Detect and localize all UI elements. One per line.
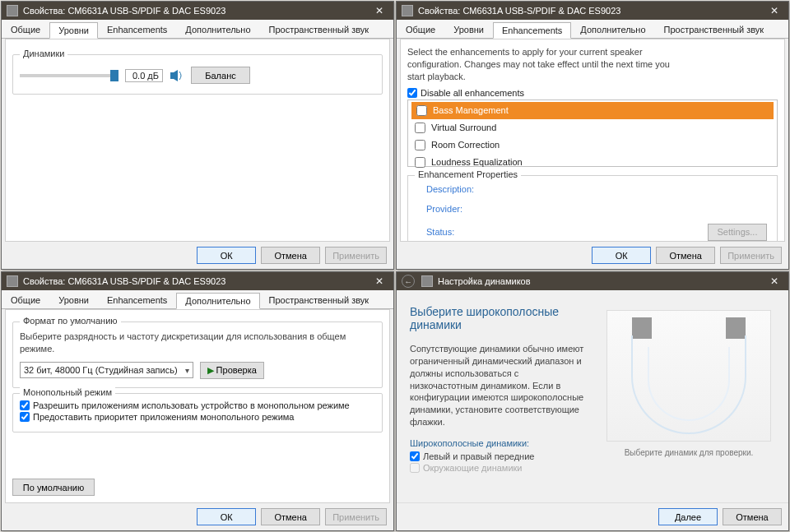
apply-button[interactable]: Применить [325,247,387,264]
tab-levels[interactable]: Уровни [444,21,493,38]
ok-button[interactable]: ОК [197,247,256,264]
diagram-hint: Выберите динамик для проверки. [625,448,754,457]
dialog-footer: ОК Отмена Применить [2,242,393,269]
surround-checkbox: Окружающие динамики [410,463,588,473]
tab-strip: Общие Уровни Enhancements Дополнительно … [2,20,393,39]
wizard-body: Сопутствующие динамики обычно имеют огра… [410,343,588,428]
tab-levels[interactable]: Уровни [49,22,98,39]
speakers-group: Динамики 0.0 дБ Баланс [12,54,383,95]
disable-all-label: Disable all enhancements [421,88,524,98]
tab-advanced[interactable]: Дополнительно [176,21,259,38]
tab-strip: Общие Уровни Enhancements Дополнительно … [397,20,788,39]
enhancements-list[interactable]: Bass Management Virtual Surround Room Co… [407,99,778,167]
group-label: Монопольный режим [20,387,115,397]
svg-rect-0 [170,72,174,79]
tab-general[interactable]: Общие [2,21,49,38]
tab-spatial[interactable]: Пространственный звук [260,292,379,308]
tab-levels[interactable]: Уровни [49,292,98,308]
titlebar[interactable]: Свойства: CM6631A USB-S/PDIF & DAC ES902… [2,2,393,20]
enhancements-intro: Select the enhancements to apply for you… [407,46,687,83]
default-format-group: Формат по умолчанию Выберите разрядность… [12,322,383,388]
titlebar[interactable]: Свойства: CM6631A USB-S/PDIF & DAC ES902… [397,2,788,20]
list-item: Bass Management [411,102,774,119]
close-icon[interactable]: ✕ [765,274,783,289]
close-icon[interactable]: ✕ [370,3,388,18]
test-button[interactable]: ▶Проверка [200,362,264,379]
properties-advanced-window: Свойства: CM6631A USB-S/PDIF & DAC ES902… [1,271,394,531]
speaker-diagram[interactable] [606,310,771,442]
cancel-button[interactable]: Отмена [656,247,715,264]
disable-all-input[interactable] [407,88,417,98]
volume-db-value: 0.0 дБ [125,69,163,82]
list-item: Loudness Equalization [411,154,774,171]
settings-button[interactable]: Settings... [708,224,767,241]
dialog-footer: ОК Отмена Применить [2,503,393,530]
back-icon[interactable]: ← [402,275,415,288]
svg-marker-1 [174,70,178,81]
volume-slider[interactable] [20,74,118,77]
tab-enhancements[interactable]: Enhancements [493,22,571,39]
disable-all-checkbox[interactable]: Disable all enhancements [407,88,778,98]
enhancement-properties: Enhancement Properties Description: Prov… [407,175,778,242]
format-combo[interactable]: 32 бит, 48000 Гц (Студийная запись) [20,362,193,378]
cancel-button[interactable]: Отмена [261,508,320,525]
exclusive-mode-group: Монопольный режим Разрешить приложениям … [12,393,383,433]
group-label: Динамики [20,49,67,58]
window-title: Свойства: CM6631A USB-S/PDIF & DAC ES902… [23,276,370,286]
front-lr-checkbox[interactable]: Левый и правый передние [410,451,588,461]
tab-general[interactable]: Общие [2,292,49,308]
speaker-setup-wizard: ← Настройка динамиков ✕ Выберите широкоп… [396,271,789,531]
balance-button[interactable]: Баланс [191,67,250,84]
tab-spatial[interactable]: Пространственный звук [655,21,774,38]
tab-spatial[interactable]: Пространственный звук [260,21,379,38]
priority-exclusive-checkbox[interactable]: Предоставить приоритет приложениям моноп… [20,412,375,422]
restore-defaults-button[interactable]: По умолчанию [12,479,95,496]
wizard-content: Выберите широкополосные динамики Сопутст… [397,290,788,502]
properties-levels-window: Свойства: CM6631A USB-S/PDIF & DAC ES902… [1,1,394,270]
next-button[interactable]: Далее [658,508,718,525]
tab-advanced[interactable]: Дополнительно [176,293,259,309]
tab-general[interactable]: Общие [397,21,444,38]
cancel-button[interactable]: Отмена [723,508,782,525]
play-icon: ▶ [207,365,214,376]
dialog-footer: ОК Отмена Применить [397,242,788,269]
list-item: Virtual Surround [411,119,774,136]
window-title: Свойства: CM6631A USB-S/PDIF & DAC ES902… [418,6,765,16]
speaker-icon[interactable] [170,69,184,82]
apply-button[interactable]: Применить [720,247,782,264]
ok-button[interactable]: ОК [592,247,651,264]
prop-title: Enhancement Properties [415,169,521,179]
tab-strip: Общие Уровни Enhancements Дополнительно … [2,290,393,309]
tab-enhancements[interactable]: Enhancements [98,292,176,308]
apply-button[interactable]: Применить [325,508,387,525]
prop-description-label: Description: [426,184,770,194]
format-help: Выберите разрядность и частоту дискретиз… [20,331,375,355]
ok-button[interactable]: ОК [197,508,256,525]
wizard-footer: Далее Отмена [397,502,788,530]
tab-advanced[interactable]: Дополнительно [571,21,654,38]
window-title: Настройка динамиков [438,276,765,286]
app-icon [402,5,413,16]
close-icon[interactable]: ✕ [370,274,388,289]
app-icon [421,275,433,287]
window-title: Свойства: CM6631A USB-S/PDIF & DAC ES902… [23,6,370,16]
list-item: Room Correction [411,136,774,154]
titlebar[interactable]: Свойства: CM6631A USB-S/PDIF & DAC ES902… [2,272,393,290]
allow-exclusive-checkbox[interactable]: Разрешить приложениям использовать устро… [20,400,375,410]
cancel-button[interactable]: Отмена [261,247,320,264]
tab-enhancements[interactable]: Enhancements [98,21,176,38]
prop-status-label: Status: [426,227,454,237]
titlebar[interactable]: ← Настройка динамиков ✕ [397,272,788,290]
wizard-heading: Выберите широкополосные динамики [410,305,588,331]
wizard-subheading: Широкополосные динамики: [410,438,588,448]
tab-content: Динамики 0.0 дБ Баланс [5,39,390,242]
app-icon [7,5,18,16]
properties-enhancements-window: Свойства: CM6631A USB-S/PDIF & DAC ES902… [396,1,789,270]
prop-provider-label: Provider: [426,204,770,214]
tab-content: Формат по умолчанию Выберите разрядность… [5,309,390,503]
group-label: Формат по умолчанию [20,316,121,326]
close-icon[interactable]: ✕ [765,3,783,18]
app-icon [7,275,18,287]
tab-content: Select the enhancements to apply for you… [400,39,785,242]
